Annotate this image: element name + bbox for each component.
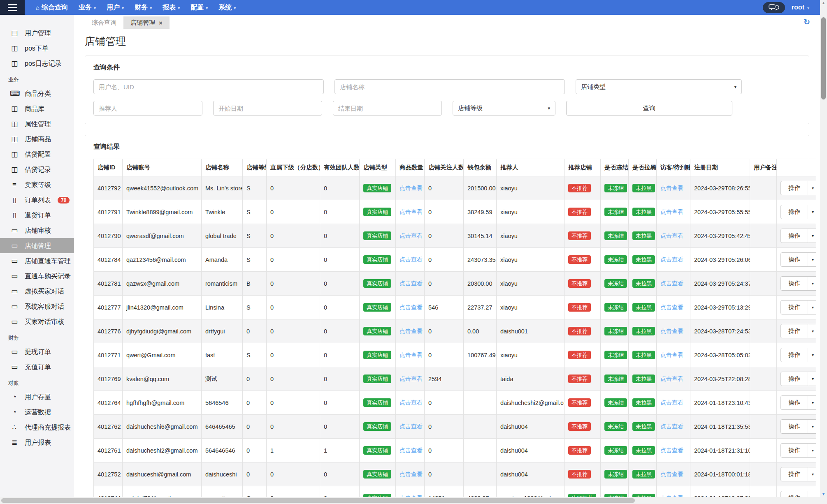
end-date-input[interactable] xyxy=(333,101,442,116)
navbar-menu[interactable]: 配置 ▾ xyxy=(185,0,213,15)
visitor-view-link[interactable]: 点击查看 xyxy=(660,304,683,310)
close-icon[interactable]: × xyxy=(159,20,163,26)
sidebar-item[interactable]: ≡ 卖家等级 xyxy=(0,177,74,192)
action-button[interactable]: 操作 ▾ xyxy=(781,491,816,497)
refresh-icon[interactable]: ↻ xyxy=(804,18,810,26)
vertical-scrollbar[interactable]: ▲ ▼ xyxy=(820,0,827,497)
sidebar-item[interactable]: ◫ pos下单 xyxy=(0,41,74,56)
action-caret-icon[interactable]: ▾ xyxy=(808,205,816,219)
sidebar-item[interactable]: ◔ 用户存量 xyxy=(0,389,74,405)
horizontal-scrollbar-thumb[interactable] xyxy=(1,498,635,503)
visitor-view-link[interactable]: 点击查看 xyxy=(660,232,683,239)
navbar-menu[interactable]: 业务 ▾ xyxy=(73,0,101,15)
visitor-view-link[interactable]: 点击查看 xyxy=(660,328,683,334)
sidebar-item[interactable]: ◫ 借贷配置 xyxy=(0,147,74,162)
goods-view-link[interactable]: 点击查看 xyxy=(400,304,423,310)
goods-view-link[interactable]: 点击查看 xyxy=(400,423,423,430)
action-label[interactable]: 操作 xyxy=(781,348,808,362)
sidebar-item[interactable]: ◫ 借贷记录 xyxy=(0,162,74,177)
action-label[interactable]: 操作 xyxy=(781,277,808,290)
visitor-view-link[interactable]: 点击查看 xyxy=(660,375,683,382)
action-button[interactable]: 操作 ▾ xyxy=(781,229,816,243)
chat-button[interactable] xyxy=(763,2,785,13)
action-caret-icon[interactable]: ▾ xyxy=(808,348,816,362)
goods-view-link[interactable]: 点击查看 xyxy=(400,375,423,382)
sidebar-item[interactable]: ▭ 店铺审核 xyxy=(0,223,74,238)
tab[interactable]: 店铺管理 × xyxy=(123,16,170,29)
sidebar-item[interactable]: ▯ 退货订单 xyxy=(0,208,74,223)
action-button[interactable]: 操作 ▾ xyxy=(781,300,816,314)
action-label[interactable]: 操作 xyxy=(781,301,808,314)
action-label[interactable]: 操作 xyxy=(781,229,808,243)
search-button[interactable]: 查询 xyxy=(566,101,732,116)
goods-view-link[interactable]: 点击查看 xyxy=(400,471,423,477)
shop-type-select[interactable]: 店铺类型 ▾ xyxy=(576,79,742,94)
action-label[interactable]: 操作 xyxy=(781,491,808,497)
visitor-view-link[interactable]: 点击查看 xyxy=(660,208,683,215)
action-caret-icon[interactable]: ▾ xyxy=(808,324,816,338)
action-button[interactable]: 操作 ▾ xyxy=(781,443,816,458)
goods-view-link[interactable]: 点击查看 xyxy=(400,232,423,239)
action-caret-icon[interactable]: ▾ xyxy=(808,372,816,386)
sidebar-item[interactable]: ▤ 用户管理 xyxy=(0,25,74,41)
sidebar-item[interactable]: ▭ 系统客服对话 xyxy=(0,299,74,314)
sidebar-item[interactable]: ◫ 属性管理 xyxy=(0,116,74,132)
visitor-view-link[interactable]: 点击查看 xyxy=(660,423,683,430)
goods-view-link[interactable]: 点击查看 xyxy=(400,351,423,358)
action-label[interactable]: 操作 xyxy=(781,205,808,219)
visitor-view-link[interactable]: 点击查看 xyxy=(660,256,683,263)
navbar-menu[interactable]: 报表 ▾ xyxy=(157,0,185,15)
sidebar-item[interactable]: ∴ 代理商充提报表 xyxy=(0,420,74,435)
sidebar-item[interactable]: ◫ 商品库 xyxy=(0,101,74,116)
sidebar-item[interactable]: ▭ 店铺直通车管理 xyxy=(0,253,74,268)
visitor-view-link[interactable]: 点击查看 xyxy=(660,471,683,477)
goods-view-link[interactable]: 点击查看 xyxy=(400,208,423,215)
sidebar-item[interactable]: ◔ 运营数据 xyxy=(0,405,74,420)
referrer-input[interactable] xyxy=(93,101,202,116)
action-caret-icon[interactable]: ▾ xyxy=(808,181,816,195)
goods-view-link[interactable]: 点击查看 xyxy=(400,399,423,406)
goods-view-link[interactable]: 点击查看 xyxy=(400,328,423,334)
action-label[interactable]: 操作 xyxy=(781,181,808,195)
start-date-input[interactable] xyxy=(213,101,322,116)
action-button[interactable]: 操作 ▾ xyxy=(781,276,816,291)
sidebar-item[interactable]: ◫ 店铺商品 xyxy=(0,132,74,147)
horizontal-scrollbar[interactable] xyxy=(0,497,820,504)
action-caret-icon[interactable]: ▾ xyxy=(808,491,816,497)
navbar-home-link[interactable]: ⌂ 综合查询 xyxy=(30,0,73,15)
navbar-menu[interactable]: 财务 ▾ xyxy=(129,0,157,15)
action-label[interactable]: 操作 xyxy=(781,467,808,481)
username-input[interactable] xyxy=(93,79,324,94)
action-label[interactable]: 操作 xyxy=(781,444,808,457)
action-caret-icon[interactable]: ▾ xyxy=(808,301,816,314)
action-button[interactable]: 操作 ▾ xyxy=(781,372,816,386)
goods-view-link[interactable]: 点击查看 xyxy=(400,280,423,287)
action-caret-icon[interactable]: ▾ xyxy=(808,229,816,243)
visitor-view-link[interactable]: 点击查看 xyxy=(660,447,683,453)
shop-level-select[interactable]: 店铺等级 ▾ xyxy=(453,101,555,116)
visitor-view-link[interactable]: 点击查看 xyxy=(660,280,683,287)
scroll-up-icon[interactable]: ▲ xyxy=(820,1,827,5)
action-button[interactable]: 操作 ▾ xyxy=(781,348,816,362)
action-label[interactable]: 操作 xyxy=(781,372,808,386)
action-caret-icon[interactable]: ▾ xyxy=(808,277,816,290)
scroll-down-icon[interactable]: ▼ xyxy=(820,492,827,496)
action-button[interactable]: 操作 ▾ xyxy=(781,395,816,410)
sidebar-item[interactable]: ▯ 订单列表 70 xyxy=(0,192,74,208)
sidebar-item[interactable]: ▭ 充值订单 xyxy=(0,359,74,375)
action-label[interactable]: 操作 xyxy=(781,324,808,338)
sidebar-item[interactable]: ≣ 用户报表 xyxy=(0,435,74,450)
hamburger-menu-icon[interactable] xyxy=(0,0,25,15)
sidebar-item[interactable]: ▭ 买家对话审核 xyxy=(0,314,74,329)
visitor-view-link[interactable]: 点击查看 xyxy=(660,399,683,406)
sidebar-item[interactable]: ◫ pos日志记录 xyxy=(0,56,74,71)
navbar-menu[interactable]: 用户 ▾ xyxy=(101,0,129,15)
vertical-scrollbar-thumb[interactable] xyxy=(821,17,826,99)
action-caret-icon[interactable]: ▾ xyxy=(808,467,816,481)
action-button[interactable]: 操作 ▾ xyxy=(781,252,816,267)
action-caret-icon[interactable]: ▾ xyxy=(808,420,816,433)
sidebar-item[interactable]: ⌨ 商品分类 xyxy=(0,86,74,101)
action-button[interactable]: 操作 ▾ xyxy=(781,419,816,434)
action-caret-icon[interactable]: ▾ xyxy=(808,253,816,266)
tab[interactable]: 综合查询 xyxy=(85,16,123,29)
